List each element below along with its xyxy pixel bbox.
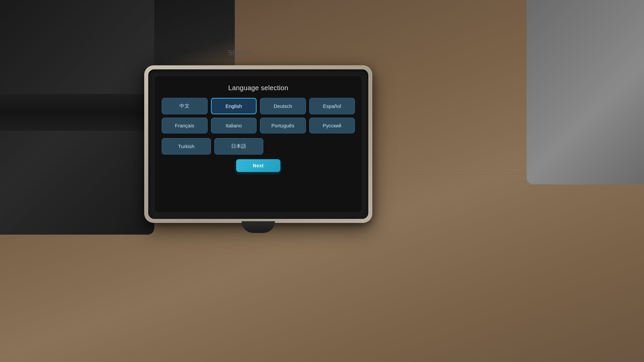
next-button[interactable]: Next	[236, 159, 280, 172]
lang-btn-de[interactable]: Deutsch	[260, 98, 306, 114]
language-grid: 中文 English Deutsch Español Français Ital…	[162, 98, 355, 133]
lang-btn-pt[interactable]: Português	[260, 118, 306, 133]
lang-btn-tr[interactable]: Turkish	[162, 138, 211, 155]
lang-btn-fr[interactable]: Français	[162, 118, 208, 133]
right-machine	[527, 0, 644, 184]
wood-grain-5	[0, 268, 644, 268]
lang-btn-es[interactable]: Español	[309, 98, 355, 114]
screen-title: Language selection	[228, 84, 288, 92]
left-shelf	[0, 94, 158, 131]
lang-btn-zh[interactable]: 中文	[162, 98, 208, 114]
tablet-device: Language selection 中文 English Deutsch Es…	[144, 65, 372, 223]
lang-btn-ja[interactable]: 日本語	[214, 138, 264, 155]
lang-btn-it[interactable]: Italiano	[211, 118, 257, 133]
wood-grain-6	[0, 292, 644, 292]
wood-grain-4	[0, 241, 644, 242]
lang-btn-ru[interactable]: Русский	[309, 118, 355, 133]
machine-label: 50mm³	[228, 49, 253, 57]
tablet-bezel: Language selection 中文 English Deutsch Es…	[148, 69, 368, 219]
language-row3: Turkish 日本語	[162, 138, 355, 155]
tablet-screen: Language selection 中文 English Deutsch Es…	[155, 76, 362, 212]
lang-btn-en[interactable]: English	[211, 98, 257, 114]
